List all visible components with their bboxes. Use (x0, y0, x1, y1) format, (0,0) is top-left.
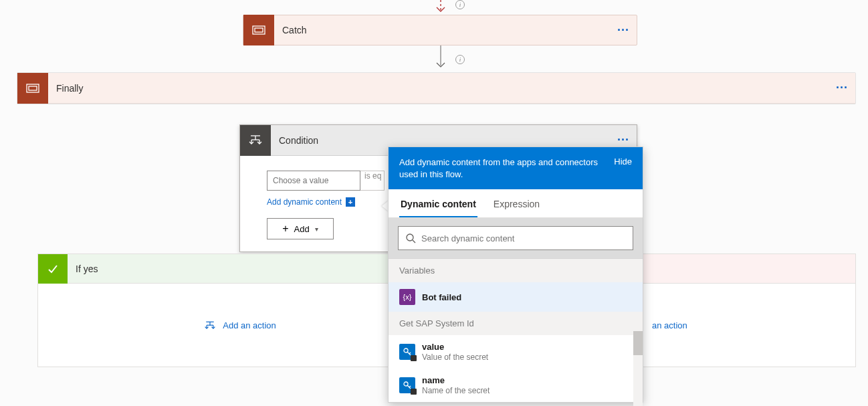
dynamic-item-subtitle: Value of the secret (422, 352, 488, 362)
condition-title: Condition (271, 135, 610, 146)
scrollbar-thumb[interactable] (633, 331, 643, 355)
svg-point-18 (407, 234, 413, 241)
dynamic-content-panel: Add dynamic content from the apps and co… (388, 146, 643, 403)
add-action-label: an action (652, 320, 687, 330)
if-yes-header[interactable]: If yes (38, 254, 442, 284)
hide-panel-button[interactable]: Hide (614, 157, 632, 167)
dynamic-content-heading: Add dynamic content from the apps and co… (399, 157, 600, 180)
info-icon[interactable]: i (455, 55, 465, 64)
catch-scope-card[interactable]: Catch ··· (243, 15, 637, 45)
finally-title: Finally (48, 83, 829, 94)
if-yes-branch: If yes Add an action (37, 253, 443, 367)
finally-scope-card: Finally ··· (17, 72, 856, 104)
add-dynamic-content-link[interactable]: Add dynamic content + (267, 197, 355, 207)
svg-rect-5 (29, 86, 37, 90)
info-icon[interactable]: i (455, 0, 465, 9)
svg-line-22 (409, 352, 411, 354)
dynamic-item-title: name (422, 375, 490, 385)
add-condition-button[interactable]: + Add ▾ (267, 218, 334, 239)
more-menu-icon[interactable]: ··· (610, 133, 637, 147)
tab-dynamic-content[interactable]: Dynamic content (399, 189, 477, 217)
add-button-label: Add (294, 224, 310, 234)
add-action-yes[interactable]: Add an action (204, 320, 276, 332)
tab-expression[interactable]: Expression (492, 189, 541, 217)
svg-line-25 (409, 386, 411, 387)
add-action-label: Add an action (223, 320, 276, 330)
check-icon (38, 254, 68, 284)
scope-icon (243, 15, 274, 45)
condition-left-value-input[interactable] (267, 171, 360, 191)
condition-operator-select[interactable]: is eq (360, 171, 385, 191)
plus-icon: + (282, 223, 288, 234)
keyvault-icon (399, 377, 415, 393)
search-icon (405, 233, 416, 243)
scope-icon (17, 73, 48, 104)
condition-icon (240, 125, 271, 156)
dynamic-item-title: Bot failed (422, 292, 461, 302)
dynamic-item-name[interactable]: name Name of the secret (389, 369, 643, 402)
dynamic-item-bot-failed[interactable]: {x} Bot failed (389, 282, 643, 312)
variable-icon: {x} (399, 289, 415, 305)
condition-icon (204, 320, 216, 332)
add-action-no[interactable]: an action (652, 320, 687, 330)
catch-title: Catch (274, 25, 610, 35)
plus-icon: + (346, 197, 355, 207)
more-menu-icon[interactable]: ··· (610, 23, 637, 37)
dynamic-item-subtitle: Name of the secret (422, 386, 490, 395)
group-header-variables: Variables (389, 259, 643, 282)
more-menu-icon[interactable]: ··· (829, 81, 855, 95)
group-header-sap: Get SAP System Id (389, 312, 643, 335)
dynamic-item-title: value (422, 342, 488, 352)
finally-header[interactable]: Finally ··· (17, 73, 855, 104)
dynamic-item-value[interactable]: value Value of the secret (389, 335, 643, 369)
svg-line-19 (413, 240, 415, 243)
keyvault-icon (399, 344, 415, 360)
dynamic-search[interactable] (398, 226, 633, 250)
chevron-down-icon: ▾ (315, 225, 318, 233)
dynamic-search-input[interactable] (416, 233, 626, 243)
svg-rect-2 (255, 28, 263, 32)
if-yes-label: If yes (68, 264, 106, 274)
add-dynamic-content-label: Add dynamic content (267, 197, 342, 207)
